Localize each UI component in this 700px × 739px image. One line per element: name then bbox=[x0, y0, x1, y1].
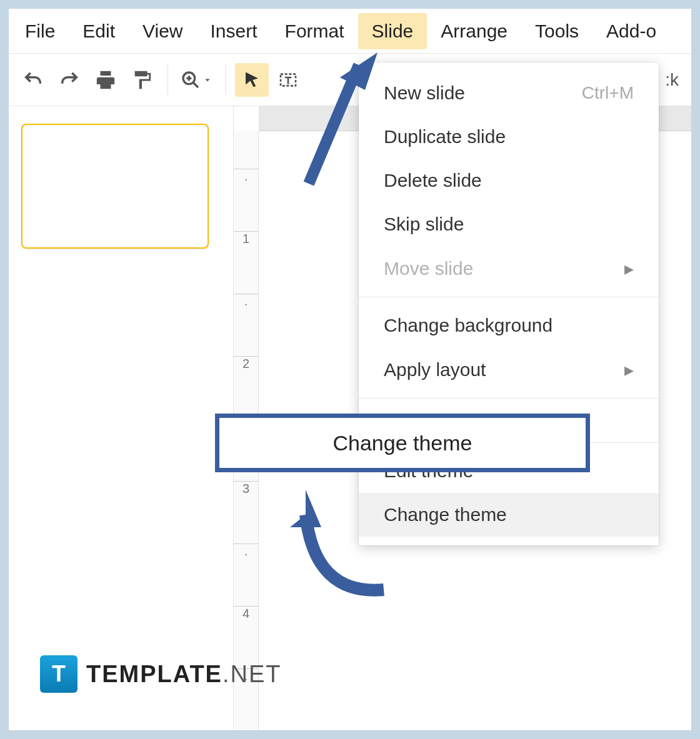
menu-file[interactable]: File bbox=[11, 13, 69, 49]
menu-item-label: Delete slide bbox=[384, 170, 482, 191]
chevron-down-icon bbox=[202, 74, 213, 86]
redo-button[interactable] bbox=[52, 63, 86, 97]
watermark-brand: TEMPLATE bbox=[86, 661, 222, 687]
ruler-tick: . bbox=[234, 169, 258, 184]
menubar: File Edit View Insert Format Slide Arran… bbox=[9, 9, 691, 54]
slide-panel bbox=[9, 106, 234, 730]
menu-item-label: Move slide bbox=[384, 258, 473, 279]
select-tool-button[interactable] bbox=[235, 63, 269, 97]
menu-edit[interactable]: Edit bbox=[69, 13, 129, 49]
zoom-dropdown[interactable] bbox=[177, 70, 217, 90]
undo-icon bbox=[22, 69, 44, 91]
app-window: File Edit View Insert Format Slide Arran… bbox=[9, 9, 691, 730]
textbox-icon bbox=[278, 70, 298, 90]
watermark-text: TEMPLATE.NET bbox=[86, 661, 282, 688]
ruler-tick: . bbox=[234, 543, 258, 558]
paint-format-icon bbox=[131, 69, 152, 91]
watermark-suffix: .NET bbox=[222, 661, 282, 687]
menu-separator bbox=[359, 297, 659, 297]
menu-item-label: Apply layout bbox=[384, 359, 486, 380]
print-icon bbox=[95, 69, 116, 91]
redo-icon bbox=[59, 69, 80, 91]
menu-insert[interactable]: Insert bbox=[197, 13, 271, 49]
menu-tools[interactable]: Tools bbox=[521, 13, 592, 49]
menu-item-new-slide[interactable]: New slide Ctrl+M bbox=[359, 71, 659, 115]
menu-item-label: Change background bbox=[384, 315, 552, 336]
slide-thumbnail[interactable] bbox=[21, 124, 209, 249]
ruler-tick: 4 bbox=[234, 606, 258, 621]
menu-item-label: Skip slide bbox=[384, 214, 464, 235]
ruler-tick: 2 bbox=[234, 356, 258, 371]
menu-format[interactable]: Format bbox=[271, 13, 358, 49]
watermark-badge-icon: T bbox=[40, 655, 78, 693]
menu-item-label: Duplicate slide bbox=[384, 126, 506, 147]
menu-item-skip-slide[interactable]: Skip slide bbox=[359, 202, 659, 246]
menu-item-shortcut: Ctrl+M bbox=[582, 83, 634, 103]
menu-item-change-theme[interactable]: Change theme bbox=[359, 493, 659, 537]
print-button[interactable] bbox=[89, 63, 122, 97]
menu-item-apply-layout[interactable]: Apply layout ▸ bbox=[359, 347, 659, 392]
textbox-tool-button[interactable] bbox=[271, 63, 305, 97]
chevron-right-icon: ▸ bbox=[624, 359, 634, 380]
menu-arrange[interactable]: Arrange bbox=[427, 13, 521, 49]
toolbar-separator bbox=[226, 65, 226, 95]
menu-view[interactable]: View bbox=[129, 13, 196, 49]
menu-item-change-background[interactable]: Change background bbox=[359, 304, 659, 347]
menu-separator bbox=[359, 398, 659, 399]
menu-addons[interactable]: Add-o bbox=[592, 13, 670, 49]
cursor-icon bbox=[242, 71, 261, 89]
ruler-tick: 3 bbox=[234, 481, 258, 496]
annotation-callout: Change theme bbox=[215, 414, 590, 472]
chevron-right-icon: ▸ bbox=[624, 257, 634, 279]
toolbar-overflow-text: :k bbox=[665, 70, 684, 90]
menu-item-label: New slide bbox=[384, 82, 465, 104]
watermark: T TEMPLATE.NET bbox=[40, 655, 282, 693]
zoom-icon bbox=[181, 70, 201, 90]
menu-item-label: Change theme bbox=[384, 504, 507, 525]
paint-format-button[interactable] bbox=[125, 63, 159, 97]
callout-label: Change theme bbox=[332, 431, 472, 455]
toolbar-separator bbox=[168, 65, 168, 95]
menu-item-move-slide: Move slide ▸ bbox=[359, 246, 659, 290]
menu-item-duplicate-slide[interactable]: Duplicate slide bbox=[359, 115, 659, 159]
slide-dropdown-menu: New slide Ctrl+M Duplicate slide Delete … bbox=[359, 62, 659, 545]
menu-slide[interactable]: Slide bbox=[358, 13, 428, 49]
menu-item-delete-slide[interactable]: Delete slide bbox=[359, 159, 659, 202]
ruler-tick: . bbox=[234, 294, 258, 309]
ruler-tick: 1 bbox=[234, 231, 258, 246]
undo-button[interactable] bbox=[16, 63, 50, 97]
outer-frame: File Edit View Insert Format Slide Arran… bbox=[0, 0, 700, 739]
